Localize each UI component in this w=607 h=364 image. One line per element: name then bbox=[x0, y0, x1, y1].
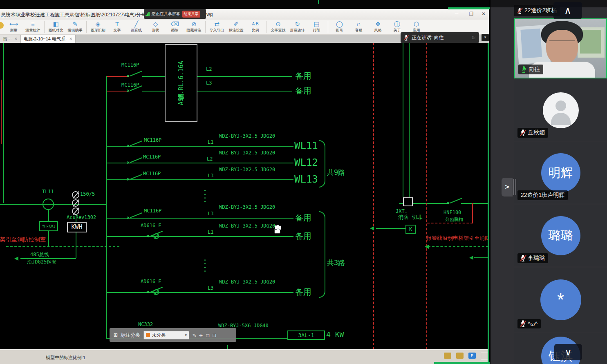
diagram-hline bbox=[413, 203, 449, 204]
toolbar-button-客服[interactable]: ∩客服 bbox=[349, 21, 368, 33]
屏幕旋转-icon: ↻ bbox=[295, 21, 300, 27]
diagram-hline bbox=[6, 246, 119, 247]
diagram-vline bbox=[76, 232, 76, 258]
cad-canvas[interactable]: ⊞ 标注分类 未分类 ▼ ✎ ✛ ❐ ❒ MC116PMC116PL2L3备用备… bbox=[0, 43, 489, 349]
toolbar-button-比例[interactable]: A:B比例 bbox=[246, 21, 265, 33]
maximize-button[interactable]: ❐ bbox=[466, 10, 477, 18]
drawing-tab[interactable]: 雷···✕ bbox=[0, 35, 21, 43]
cad-titlebar: 息技术职业学校迁建工程施工总承包\招标图纸\20210727\电气\分号5施工图… bbox=[0, 9, 489, 20]
比例-icon: A:B bbox=[252, 21, 258, 27]
toolbar-button-风格[interactable]: ❖风格 bbox=[368, 21, 387, 33]
diagram-text: L2 bbox=[207, 156, 213, 162]
toolbar-button-测量[interactable]: ⟷测量 bbox=[4, 21, 23, 33]
toolbar-button-label: 文字查找 bbox=[271, 28, 286, 33]
toolbar-button-导入导出[interactable]: ⇄导入导出 bbox=[207, 21, 226, 33]
toolbar-button-文字[interactable]: T文字 bbox=[108, 21, 127, 33]
toolbar-button-应用[interactable]: ⬡应用 bbox=[407, 21, 426, 33]
toolbar-button-测量统计[interactable]: ≡测量统计 bbox=[23, 21, 43, 33]
diagram-circle bbox=[72, 199, 79, 207]
cad-statusbar: 模型中的标注比例:1 P bbox=[0, 349, 489, 364]
toolbar-button-文字查找[interactable]: ⊙文字查找 bbox=[269, 21, 288, 33]
panel-grip[interactable] bbox=[515, 179, 516, 195]
diagram-text: MC116P bbox=[144, 208, 161, 214]
folder2-icon[interactable] bbox=[456, 353, 464, 359]
participant-tile[interactable]: 向往 bbox=[514, 18, 607, 78]
diagram-hline bbox=[474, 257, 489, 258]
participant-tile[interactable]: 丘秋媚 bbox=[514, 80, 607, 141]
category-dropdown[interactable]: 未分类 ▼ bbox=[143, 331, 189, 339]
toolbar-button-账号[interactable]: ◯账号 bbox=[330, 21, 349, 33]
diagram-text: WL13 bbox=[294, 174, 318, 185]
move-icon[interactable]: ✛ bbox=[199, 332, 202, 338]
panel-collapse-button[interactable]: > bbox=[502, 178, 513, 197]
diagram-arrow bbox=[370, 226, 374, 230]
tab-close-icon[interactable]: ✕ bbox=[69, 37, 73, 41]
toolbar-button-画直线[interactable]: ╱画直线 bbox=[127, 21, 146, 33]
collapse-up-button[interactable]: ∧ bbox=[553, 2, 582, 19]
diagram-text: MC116P bbox=[121, 83, 139, 88]
diagram-xmark: × bbox=[127, 160, 130, 165]
toolbar-button-编辑助手[interactable]: ✎编辑助手 bbox=[65, 21, 85, 33]
participant-tile[interactable]: 明辉22造价1班卢明辉 bbox=[514, 142, 607, 203]
diagram-hline bbox=[376, 228, 406, 229]
打印-icon: ▤ bbox=[314, 21, 319, 27]
导入导出-icon: ⇄ bbox=[214, 21, 220, 27]
category-color-swatch bbox=[146, 333, 150, 337]
toolbar-button-图纸对比[interactable]: ◧图纸对比 bbox=[46, 21, 65, 33]
diagram-vline bbox=[472, 203, 473, 223]
toolbar-button-label: 图形识别 bbox=[91, 28, 105, 33]
close-button[interactable]: ✕ bbox=[478, 10, 489, 18]
share-status-text: 您正在共享屏幕 bbox=[152, 11, 180, 17]
diagram-switch bbox=[130, 174, 142, 180]
edit-icon[interactable]: ✎ bbox=[193, 332, 196, 338]
top-black-strip bbox=[0, 0, 489, 9]
screen: 息技术职业学校迁建工程施工总承包\招标图纸\20210727\电气\分号5施工图… bbox=[0, 0, 607, 364]
drawing-tab[interactable]: 电施-2-10~14 电气系·✕ bbox=[21, 35, 76, 43]
diagram-text: MC116P bbox=[143, 154, 161, 160]
diagram-bracket bbox=[319, 211, 325, 298]
toolbar-button-关于[interactable]: ⓘ关于 bbox=[387, 21, 407, 33]
folder-icon[interactable] bbox=[444, 353, 451, 359]
annotation-category-label: 标注分类 bbox=[121, 332, 140, 339]
diagram-vline bbox=[1, 80, 2, 144]
participant-tile[interactable]: 璐璐李璐璐 bbox=[514, 205, 607, 266]
diagram-text: JXT. bbox=[396, 209, 408, 214]
scroll-down-button[interactable]: ∨ bbox=[554, 344, 582, 360]
toolbar-separator bbox=[328, 21, 328, 33]
diagram-hline bbox=[106, 292, 293, 293]
toolbar-button-label: 测量统计 bbox=[26, 28, 40, 33]
toolbar-button-图形识别[interactable]: ◈图形识别 bbox=[88, 21, 108, 33]
diagram-text: 分励脱扣 bbox=[445, 217, 463, 222]
grid-icon[interactable]: ⊞ bbox=[114, 331, 117, 339]
diagram-text: WDZ-BYJ-3X2.5 JDG20 bbox=[219, 167, 275, 172]
toolbar-button-label: 风格 bbox=[374, 28, 382, 33]
toolbar-button-label: 测量 bbox=[10, 28, 18, 33]
paste-icon[interactable]: ❒ bbox=[213, 332, 216, 338]
应用-icon: ⬡ bbox=[414, 21, 419, 27]
toolbar-button-隐藏标注[interactable]: ⊘隐藏标注 bbox=[184, 21, 204, 33]
indicator-caret-button[interactable]: ▼ bbox=[482, 34, 489, 41]
participant-tile[interactable]: *^ω^ bbox=[514, 268, 607, 332]
stop-share-button[interactable]: 结束共享 bbox=[182, 11, 200, 18]
diagram-text: 4 KW bbox=[326, 331, 344, 339]
diagram-circle bbox=[43, 199, 54, 210]
minimize-button[interactable]: ─ bbox=[451, 10, 462, 18]
tab-close-icon[interactable]: ✕ bbox=[14, 37, 18, 41]
toolbar-separator bbox=[205, 21, 206, 33]
participant-name: 李璐璐 bbox=[528, 255, 545, 262]
toolbar-button-擦除[interactable]: ⌫擦除 bbox=[165, 21, 184, 33]
toolbar-button-标注设置[interactable]: ✐标注设置 bbox=[226, 21, 246, 33]
toolbar-button-打印[interactable]: ▤打印 bbox=[307, 21, 326, 33]
toolbar-button-label: 屏幕旋转 bbox=[290, 28, 305, 33]
toolbar-button-屏幕旋转[interactable]: ↻屏幕旋转 bbox=[288, 21, 307, 33]
测量统计-icon: ≡ bbox=[31, 21, 35, 27]
copy-icon[interactable]: ❐ bbox=[206, 332, 209, 338]
toolbar-button-形状[interactable]: ◇形状 bbox=[146, 21, 165, 33]
panel-grip[interactable] bbox=[513, 179, 514, 195]
default-avatar bbox=[543, 92, 579, 128]
diagram-hline bbox=[461, 203, 489, 204]
diagram-switch bbox=[130, 157, 142, 163]
diagram-dot bbox=[204, 197, 206, 199]
diagram-text: AcuRev1302 bbox=[67, 215, 96, 220]
p-badge-icon[interactable]: P bbox=[468, 353, 476, 359]
